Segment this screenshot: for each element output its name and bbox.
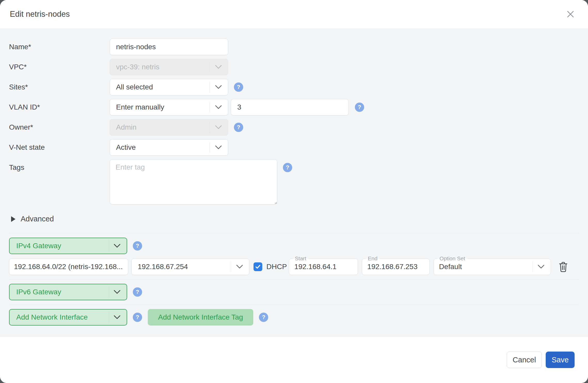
- tags-help-icon[interactable]: ?: [283, 163, 292, 172]
- vlan-id-field-box: [231, 99, 349, 115]
- chevron-down-icon: [538, 265, 544, 269]
- select-divider: [109, 240, 109, 252]
- dhcp-end-field: End: [362, 259, 430, 275]
- vnet-state-select[interactable]: Active: [110, 139, 228, 156]
- select-divider: [532, 261, 533, 272]
- caret-right-icon: [11, 216, 15, 222]
- chevron-down-icon: [215, 65, 222, 69]
- add-interface-row: Add Network Interface ? Add Network Inte…: [9, 305, 579, 326]
- vpc-select: vpc-39: netris: [110, 59, 228, 75]
- vnet-state-value: Active: [116, 143, 136, 152]
- save-button[interactable]: Save: [546, 352, 575, 368]
- vpc-value: vpc-39: netris: [116, 63, 159, 71]
- modal-header: Edit netris-nodes: [0, 0, 588, 28]
- sites-label: Sites*: [9, 83, 110, 91]
- subnet-select[interactable]: 192.168.64.0/22 (netris-192.168...: [9, 259, 128, 275]
- form-row-sites: Sites* All selected ?: [9, 79, 579, 95]
- modal-body: Name* VPC* vpc-39: netris Sites* A: [0, 28, 588, 336]
- trash-icon: [558, 261, 568, 272]
- select-divider: [109, 286, 109, 298]
- dhcp-start-field: Start: [289, 259, 358, 275]
- advanced-toggle[interactable]: Advanced: [9, 215, 579, 223]
- close-button[interactable]: [565, 9, 576, 20]
- chevron-down-icon: [215, 125, 222, 129]
- select-divider: [231, 261, 231, 272]
- chevron-down-icon: [114, 315, 120, 319]
- ipv4-interface-row: 192.168.64.0/22 (netris-192.168... 192.1…: [9, 259, 579, 275]
- ipv6-gateway-label: IPv6 Gateway: [16, 288, 61, 296]
- sites-help-icon[interactable]: ?: [234, 82, 243, 92]
- chevron-down-icon: [114, 290, 120, 294]
- select-divider: [210, 142, 210, 153]
- gateway-value: 192.168.67.254: [138, 263, 188, 271]
- option-set-value: Default: [439, 263, 462, 271]
- dhcp-start-input[interactable]: [294, 263, 353, 271]
- dhcp-end-label: End: [366, 255, 379, 262]
- vlan-help-icon[interactable]: ?: [355, 103, 364, 112]
- subnet-value: 192.168.64.0/22 (netris-192.168...: [14, 263, 123, 271]
- vnet-state-label: V-Net state: [9, 143, 110, 152]
- name-field-box: [110, 39, 228, 55]
- owner-value: Admin: [116, 123, 136, 131]
- form-row-owner: Owner* Admin ?: [9, 119, 579, 136]
- dhcp-checkbox[interactable]: [254, 262, 262, 271]
- ipv6-gateway-help-icon[interactable]: ?: [133, 287, 142, 297]
- add-network-interface-tag-button[interactable]: Add Network Interface Tag: [148, 309, 253, 326]
- form-row-name: Name*: [9, 39, 579, 55]
- checkmark-icon: [255, 264, 261, 269]
- add-interface-tag-help-icon[interactable]: ?: [259, 313, 268, 322]
- chevron-down-icon: [236, 265, 243, 269]
- vlan-mode-value: Enter manually: [116, 103, 164, 111]
- ipv6-gateway-row: IPv6 Gateway ?: [9, 279, 579, 300]
- cancel-button[interactable]: Cancel: [507, 352, 542, 368]
- sites-value: All selected: [116, 83, 153, 91]
- tags-label: Tags: [9, 159, 110, 172]
- delete-row-button[interactable]: [558, 261, 568, 272]
- name-label: Name*: [9, 43, 110, 51]
- select-divider: [210, 102, 210, 113]
- modal-footer: Cancel Save: [0, 336, 588, 383]
- ipv6-gateway-button[interactable]: IPv6 Gateway: [9, 284, 127, 300]
- form-row-vpc: VPC* vpc-39: netris: [9, 59, 579, 75]
- chevron-down-icon: [215, 145, 222, 149]
- ipv4-gateway-button[interactable]: IPv4 Gateway: [9, 238, 127, 254]
- add-network-interface-button[interactable]: Add Network Interface: [9, 309, 127, 326]
- dhcp-label: DHCP: [266, 263, 287, 271]
- form-row-tags: Tags ?: [9, 159, 579, 204]
- option-set-label: Option Set: [437, 255, 467, 262]
- owner-help-icon[interactable]: ?: [234, 123, 243, 132]
- select-divider: [210, 122, 210, 133]
- vlan-mode-select[interactable]: Enter manually: [110, 99, 228, 115]
- modal-title: Edit netris-nodes: [10, 10, 70, 19]
- vpc-label: VPC*: [9, 63, 110, 71]
- option-set-select[interactable]: Option Set Default: [434, 259, 551, 275]
- vlan-id-input[interactable]: [237, 103, 342, 111]
- tags-input[interactable]: [110, 159, 277, 204]
- form-row-vlan: VLAN ID* Enter manually ?: [9, 99, 579, 115]
- owner-select: Admin: [110, 119, 228, 136]
- sites-select[interactable]: All selected: [110, 79, 228, 95]
- edit-vnet-modal: Edit netris-nodes Name* VPC* vpc-39: net…: [0, 0, 588, 383]
- chevron-down-icon: [215, 85, 222, 89]
- form-row-vnet-state: V-Net state Active: [9, 139, 579, 156]
- chevron-down-icon: [215, 105, 222, 109]
- ipv4-gateway-row: IPv4 Gateway ?: [9, 233, 579, 254]
- dhcp-end-input[interactable]: [367, 263, 424, 271]
- name-input[interactable]: [116, 43, 222, 51]
- add-interface-help-icon[interactable]: ?: [133, 313, 142, 322]
- gateway-select[interactable]: 192.168.67.254: [131, 259, 249, 275]
- ipv4-gateway-help-icon[interactable]: ?: [133, 241, 142, 251]
- dhcp-start-label: Start: [293, 255, 308, 262]
- select-divider: [210, 82, 210, 93]
- close-icon: [566, 10, 575, 18]
- select-divider: [109, 312, 109, 323]
- add-network-interface-label: Add Network Interface: [16, 313, 88, 321]
- owner-label: Owner*: [9, 123, 110, 131]
- vlan-label: VLAN ID*: [9, 103, 110, 111]
- select-divider: [210, 62, 210, 72]
- ipv4-gateway-label: IPv4 Gateway: [16, 242, 61, 250]
- advanced-label: Advanced: [21, 215, 54, 223]
- chevron-down-icon: [114, 244, 120, 248]
